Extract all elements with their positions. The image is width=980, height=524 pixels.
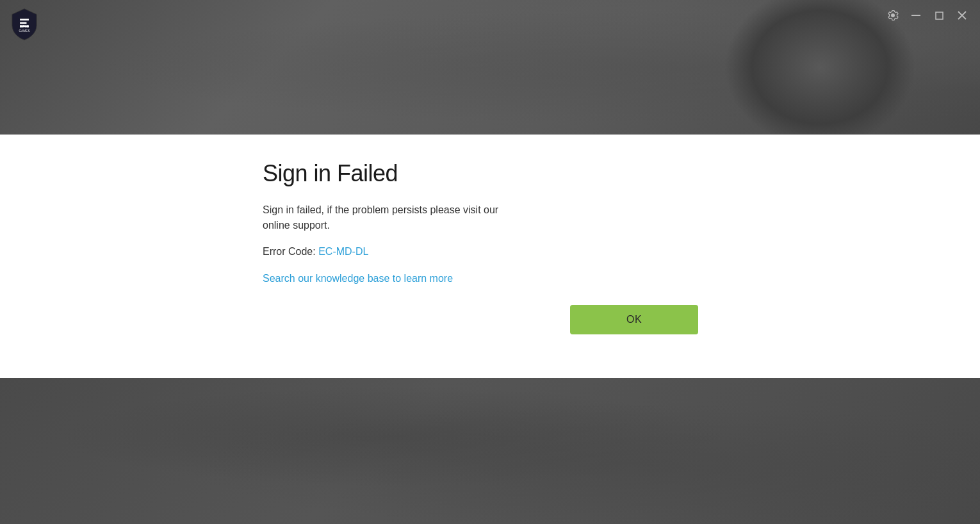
epic-games-logo: EPIC GAMES (8, 8, 41, 41)
titlebar-controls (875, 0, 980, 31)
minimize-button[interactable] (906, 5, 926, 26)
dialog-description: Sign in failed, if the problem persists … (263, 202, 512, 233)
svg-rect-2 (911, 15, 920, 16)
close-icon (958, 11, 967, 20)
settings-button[interactable] (883, 5, 903, 26)
dialog-title: Sign in Failed (263, 160, 512, 187)
dialog-content: Sign in Failed Sign in failed, if the pr… (0, 135, 512, 360)
error-code-prefix: Error Code: (263, 246, 316, 257)
background-bottom (0, 378, 980, 524)
gear-icon (887, 10, 899, 21)
maximize-icon (935, 12, 943, 20)
ok-button[interactable]: OK (570, 305, 698, 334)
svg-rect-3 (936, 12, 943, 19)
close-button[interactable] (952, 5, 972, 26)
background-top (0, 0, 980, 135)
knowledge-base-link[interactable]: Search our knowledge base to learn more (263, 273, 512, 284)
error-code-line: Error Code: EC-MD-DL (263, 246, 512, 258)
svg-text:GAMES: GAMES (19, 29, 29, 33)
minimize-icon (911, 15, 920, 16)
maximize-button[interactable] (929, 5, 949, 26)
dialog-area: Sign in Failed Sign in failed, if the pr… (0, 135, 980, 378)
error-code-link[interactable]: EC-MD-DL (318, 246, 368, 257)
